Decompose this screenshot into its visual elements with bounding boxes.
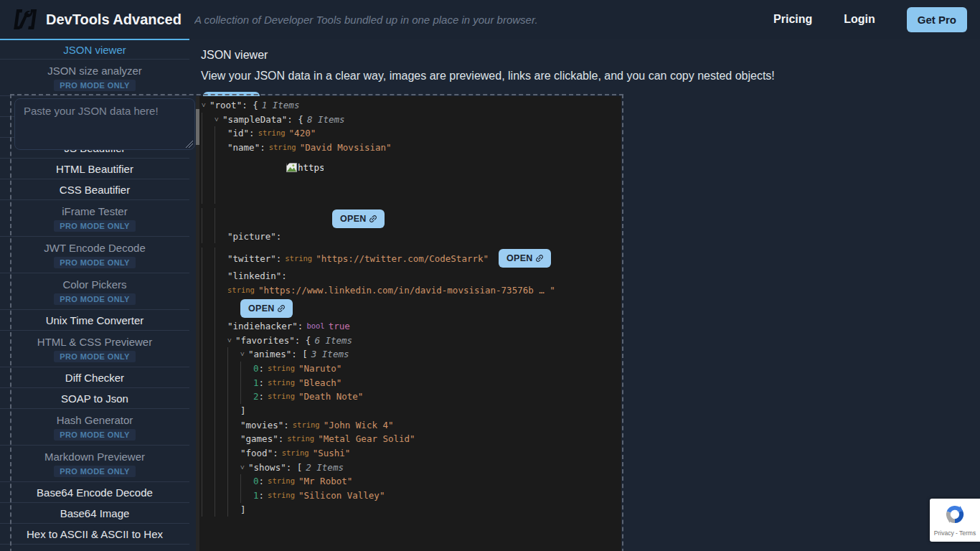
- indent-guide: [202, 404, 215, 418]
- indent-guide: [215, 474, 227, 489]
- open-link-button[interactable]: OPEN: [499, 249, 551, 268]
- indent-guide: [227, 432, 240, 446]
- tree-row: 1:string"Silicon Valley": [202, 489, 621, 503]
- sidebar-item-label: JSON viewer: [63, 44, 126, 56]
- open-link-button[interactable]: OPEN: [332, 209, 385, 228]
- json-tree-panel: ˅"root": {1 Items˅"sampleData": {8 Items…: [196, 96, 621, 551]
- tree-token-key: "linkedin": [227, 269, 281, 283]
- page-title: JSON viewer: [201, 49, 980, 62]
- indent-guide: [215, 248, 227, 269]
- tree-token-punct: :: [259, 390, 265, 404]
- indent-guide: [215, 283, 227, 298]
- indent-guide: [227, 503, 240, 517]
- get-pro-button[interactable]: Get Pro: [907, 7, 967, 32]
- indent-guide: [240, 474, 253, 489]
- indent-guide: [215, 298, 227, 319]
- tree-token-key: "indiehacker": [227, 319, 298, 334]
- tree-token-punct: :: [276, 230, 282, 244]
- indent-guide: [215, 362, 227, 376]
- indent-guide: [227, 404, 240, 418]
- tree-row: ]: [202, 503, 621, 517]
- tree-token-str: "Mr Robot": [298, 474, 352, 489]
- tree-token-str: "David Movsisian": [300, 141, 392, 155]
- tree-token-key: "favorites": [235, 334, 295, 348]
- indent-guide: [202, 155, 215, 204]
- app-logo-icon: [10, 4, 40, 34]
- indent-guide: [227, 446, 240, 461]
- tree-token-punct: :: [249, 126, 255, 141]
- indent-guide: [202, 489, 215, 503]
- indent-guide: [215, 390, 227, 404]
- open-link-button[interactable]: OPEN: [240, 299, 293, 318]
- tree-token-str[interactable]: "https://www.linkedin.com/in/david-movsi…: [258, 283, 555, 298]
- tree-token-str: "John Wick 4": [324, 418, 394, 433]
- indent-guide: [202, 230, 215, 244]
- tree-token-punct: : {: [295, 334, 311, 348]
- indent-guide: [202, 390, 215, 404]
- collapse-arrow-icon[interactable]: ˅: [215, 113, 222, 127]
- indent-guide: [240, 376, 253, 390]
- tree-token-punct: :: [283, 418, 289, 433]
- tree-token-tag: string: [287, 432, 314, 446]
- indent-guide: [202, 298, 215, 319]
- tree-row: 0:string"Naruto": [202, 362, 621, 376]
- indent-guide: [202, 461, 215, 475]
- tree-token-key: "root": [209, 98, 242, 113]
- recaptcha-badge[interactable]: Privacy - Terms: [930, 499, 980, 542]
- tree-row: OPEN: [202, 208, 621, 230]
- indent-guide: [215, 334, 227, 348]
- indent-guide: [215, 208, 227, 230]
- tree-row: ˅"root": {1 Items: [202, 98, 621, 113]
- tree-row: "food":string"Sushi": [202, 446, 621, 461]
- json-tree: ˅"root": {1 Items˅"sampleData": {8 Items…: [199, 98, 621, 551]
- tree-token-key: "picture": [227, 230, 276, 244]
- broken-image-icon: [286, 162, 298, 173]
- open-link-label: OPEN: [340, 214, 367, 224]
- indent-guide: [202, 269, 215, 283]
- tree-row: "name":string"David Movsisian": [202, 141, 621, 155]
- tree-row: ˅"shows": [2 Items: [202, 461, 621, 475]
- link-icon: [276, 303, 286, 314]
- collapse-arrow-icon[interactable]: ˅: [227, 334, 235, 348]
- json-input[interactable]: [14, 98, 195, 150]
- sidebar-item[interactable]: JSON size analyzerPRO MODE ONLY: [0, 60, 189, 96]
- tree-row: 1:string"Bleach": [202, 376, 621, 390]
- recaptcha-privacy-terms[interactable]: Privacy - Terms: [934, 529, 976, 537]
- pricing-link[interactable]: Pricing: [773, 13, 812, 26]
- broken-image-preview[interactable]: https://i.imgur: [286, 161, 324, 198]
- indent-guide: [202, 208, 215, 230]
- tree-token-items: 6 Items: [314, 334, 352, 348]
- collapse-arrow-icon[interactable]: ˅: [240, 461, 248, 475]
- tree-token-tag: string: [282, 446, 309, 461]
- tree-token-punct: ]: [240, 503, 246, 517]
- collapse-arrow-icon[interactable]: ˅: [240, 347, 248, 362]
- tree-token-str[interactable]: "https://twitter.com/CodeStarrk": [316, 252, 489, 266]
- pro-mode-badge: PRO MODE ONLY: [54, 80, 136, 91]
- indent-guide: [215, 126, 227, 141]
- tree-token-key: "sampleData": [222, 113, 287, 127]
- login-link[interactable]: Login: [844, 13, 875, 26]
- link-icon: [368, 214, 378, 224]
- indent-guide: [215, 503, 227, 517]
- indent-guide: [202, 362, 215, 376]
- tree-token-str: "Bleach": [298, 376, 341, 390]
- tree-row: OPEN: [202, 298, 621, 319]
- sidebar-item[interactable]: JSON viewer: [0, 39, 189, 60]
- tree-token-tag: string: [268, 362, 295, 376]
- tree-token-str: "Silicon Valley": [298, 489, 385, 503]
- tree-token-key: "name": [227, 141, 260, 155]
- tree-token-key: "movies": [240, 418, 283, 433]
- indent-guide: [202, 347, 215, 362]
- indent-guide: [215, 404, 227, 418]
- indent-guide: [240, 362, 253, 376]
- brand-tagline: A collection of Developer Tools bundled …: [194, 14, 538, 26]
- tree-row: ]: [202, 404, 621, 418]
- indent-guide: [227, 362, 240, 376]
- tree-token-idx: 1: [253, 376, 259, 390]
- tree-token-tag: string: [285, 252, 312, 266]
- tree-token-key: "twitter": [227, 252, 276, 266]
- tree-row: "picture":: [202, 230, 621, 244]
- collapse-arrow-icon[interactable]: ˅: [202, 98, 209, 113]
- app-header: DevTools Advanced A collection of Develo…: [0, 0, 980, 39]
- indent-guide: [215, 461, 227, 475]
